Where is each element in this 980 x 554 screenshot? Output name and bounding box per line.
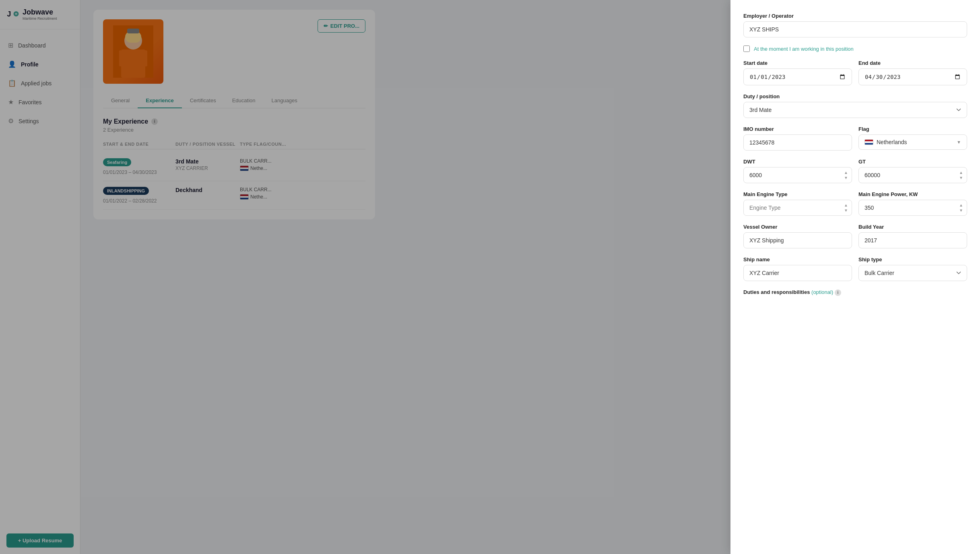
duties-label: Duties and responsibilities (optional) i: [743, 289, 967, 296]
working-checkbox[interactable]: [743, 45, 750, 52]
vessel-owner-group: Vessel Owner: [743, 224, 852, 248]
end-date-group: End date: [858, 60, 967, 85]
dates-row: Start date End date: [743, 60, 967, 93]
gt-group: GT ▲ ▼: [858, 159, 967, 183]
working-checkbox-row: At the moment I am working in this posit…: [743, 45, 967, 52]
dwt-gt-row: DWT ▲ ▼ GT ▲ ▼: [743, 159, 967, 191]
flag-select[interactable]: Netherlands ▼: [858, 134, 967, 150]
end-date-label: End date: [858, 60, 967, 66]
gt-decrement-button[interactable]: ▼: [958, 176, 964, 180]
dwt-increment-button[interactable]: ▲: [843, 170, 849, 175]
ship-name-group: Ship name: [743, 256, 852, 281]
engine-type-label: Main Engine Type: [743, 191, 852, 197]
engine-power-label: Main Engine Power, KW: [858, 191, 967, 197]
vessel-owner-label: Vessel Owner: [743, 224, 852, 230]
start-date-group: Start date: [743, 60, 852, 85]
working-checkbox-label: At the moment I am working in this posit…: [754, 46, 854, 52]
flag-label: Flag: [858, 126, 967, 132]
employer-label: Employer / Operator: [743, 13, 967, 19]
dwt-input[interactable]: [743, 167, 852, 183]
engine-power-increment-button[interactable]: ▲: [958, 203, 964, 208]
gt-increment-button[interactable]: ▲: [958, 170, 964, 175]
imo-label: IMO number: [743, 126, 852, 132]
dwt-input-wrapper: ▲ ▼: [743, 167, 852, 183]
ship-name-type-row: Ship name Ship type Bulk Carrier Tanker …: [743, 256, 967, 289]
ship-type-label: Ship type: [858, 256, 967, 263]
flag-netherlands-modal-icon: [864, 139, 873, 145]
ship-type-select[interactable]: Bulk Carrier Tanker Container General Ca…: [858, 265, 967, 281]
duty-position-label: Duty / position: [743, 93, 967, 99]
imo-flag-row: IMO number Flag Netherlands ▼: [743, 126, 967, 159]
start-date-label: Start date: [743, 60, 852, 66]
duty-position-select[interactable]: 3rd Mate 2nd Mate Chief Mate Captain Dec…: [743, 102, 967, 118]
engine-power-group: Main Engine Power, KW ▲ ▼: [858, 191, 967, 216]
engine-power-decrement-button[interactable]: ▼: [958, 208, 964, 213]
engine-row: Main Engine Type ▲ ▼ Main Engine Power, …: [743, 191, 967, 224]
gt-spinners: ▲ ▼: [958, 170, 964, 180]
engine-type-spinners: ▲ ▼: [843, 203, 849, 213]
duties-optional-label: (optional): [811, 289, 835, 295]
gt-input-wrapper: ▲ ▼: [858, 167, 967, 183]
modal-panel: Employer / Operator At the moment I am w…: [730, 0, 980, 554]
dwt-label: DWT: [743, 159, 852, 165]
duties-info-icon[interactable]: i: [835, 289, 841, 296]
gt-input[interactable]: [858, 167, 967, 183]
end-date-input[interactable]: [858, 68, 967, 85]
ship-name-label: Ship name: [743, 256, 852, 263]
dwt-decrement-button[interactable]: ▼: [843, 176, 849, 180]
flag-select-text: Netherlands: [877, 139, 953, 145]
engine-power-input-wrapper: ▲ ▼: [858, 200, 967, 216]
ship-name-input[interactable]: [743, 265, 852, 281]
employer-group: Employer / Operator: [743, 13, 967, 37]
engine-type-increment-button[interactable]: ▲: [843, 203, 849, 208]
engine-type-input[interactable]: [743, 200, 852, 216]
imo-input[interactable]: [743, 134, 852, 151]
gt-label: GT: [858, 159, 967, 165]
vessel-owner-build-year-row: Vessel Owner Build Year: [743, 224, 967, 256]
employer-input[interactable]: [743, 21, 967, 37]
start-date-input[interactable]: [743, 68, 852, 85]
dwt-group: DWT ▲ ▼: [743, 159, 852, 183]
dwt-spinners: ▲ ▼: [843, 170, 849, 180]
flag-select-chevron-icon: ▼: [957, 140, 961, 145]
flag-group: Flag Netherlands ▼: [858, 126, 967, 151]
engine-type-input-wrapper: ▲ ▼: [743, 200, 852, 216]
imo-group: IMO number: [743, 126, 852, 151]
engine-type-decrement-button[interactable]: ▼: [843, 208, 849, 213]
ship-type-group: Ship type Bulk Carrier Tanker Container …: [858, 256, 967, 281]
duties-group: Duties and responsibilities (optional) i: [743, 289, 967, 296]
engine-type-group: Main Engine Type ▲ ▼: [743, 191, 852, 216]
build-year-label: Build Year: [858, 224, 967, 230]
modal-backdrop[interactable]: Employer / Operator At the moment I am w…: [0, 0, 980, 554]
vessel-owner-input[interactable]: [743, 232, 852, 248]
engine-power-spinners: ▲ ▼: [958, 203, 964, 213]
build-year-input[interactable]: [858, 232, 967, 248]
engine-power-input[interactable]: [858, 200, 967, 216]
build-year-group: Build Year: [858, 224, 967, 248]
duty-position-group: Duty / position 3rd Mate 2nd Mate Chief …: [743, 93, 967, 118]
